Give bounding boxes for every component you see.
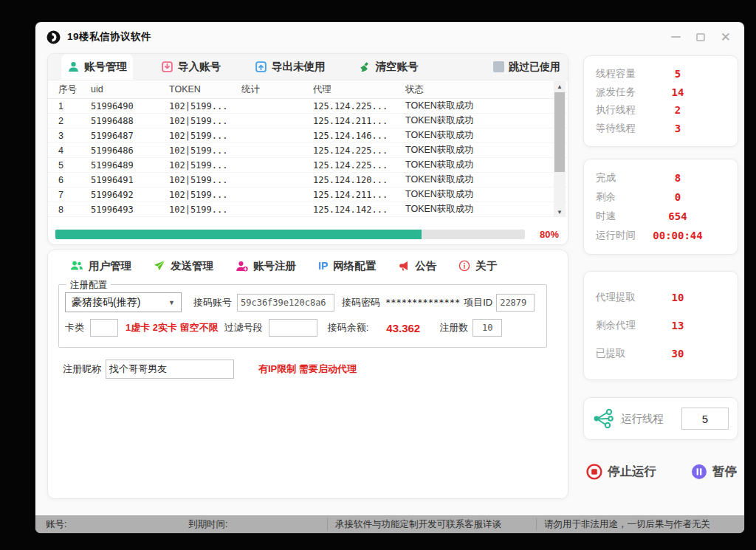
proxy-extracted-value: 30 bbox=[646, 348, 709, 360]
users-icon bbox=[70, 260, 83, 272]
code-account-label: 接码账号 bbox=[193, 296, 232, 309]
app-logo-icon bbox=[47, 30, 61, 44]
tab-account-register[interactable]: 账号注册 bbox=[236, 259, 296, 273]
accounts-toolbar: 账号管理 导入账号 导出未使用 清空账号 bbox=[48, 54, 568, 80]
register-count-label: 注册数 bbox=[439, 321, 468, 334]
stop-run-button[interactable]: 停止运行 bbox=[586, 464, 656, 480]
nickname-label: 注册昵称 bbox=[63, 362, 101, 376]
sms-provider-select[interactable]: 豪猪接码(推荐) ▼ bbox=[65, 292, 182, 312]
progress-stats-panel: 完成8 剩余0 时速654 运行时间00:00:44 bbox=[583, 159, 738, 255]
export-icon bbox=[255, 61, 267, 73]
progress-percent: 80% bbox=[534, 229, 559, 240]
accounts-panel: 账号管理 导入账号 导出未使用 清空账号 bbox=[47, 53, 568, 245]
pause-button[interactable]: 暂停 bbox=[691, 464, 737, 480]
megaphone-icon bbox=[398, 260, 410, 272]
pause-icon bbox=[691, 464, 707, 480]
tab-user-manage[interactable]: 用户管理 bbox=[70, 259, 131, 273]
ip-icon: IP bbox=[318, 260, 328, 272]
waiting-threads-value: 3 bbox=[646, 123, 709, 134]
work-panel: 用户管理 发送管理 账号注册 IP 网络配置 bbox=[47, 250, 568, 499]
filter-segment-input[interactable] bbox=[269, 319, 317, 337]
table-row[interactable]: 651996491102|5199...125.124.120...TOKEN获… bbox=[48, 173, 568, 188]
person-icon bbox=[67, 61, 80, 73]
status-divider bbox=[536, 518, 537, 530]
col-token[interactable]: TOKEN bbox=[169, 84, 241, 94]
skip-used-checkbox[interactable] bbox=[493, 61, 504, 72]
scroll-up-icon[interactable]: ▲ bbox=[554, 81, 566, 92]
completed-value: 8 bbox=[646, 172, 709, 184]
maximize-icon[interactable] bbox=[696, 33, 705, 41]
tab-bar: 用户管理 发送管理 账号注册 IP 网络配置 bbox=[48, 250, 568, 281]
table-row[interactable]: 451996486102|5199...125.124.225...TOKEN获… bbox=[48, 143, 568, 158]
title-bar: 19楼私信协议软件 ✕ bbox=[35, 22, 744, 52]
progress-bar-fill bbox=[55, 230, 422, 239]
speed-value: 654 bbox=[646, 210, 709, 222]
import-icon bbox=[161, 61, 173, 73]
card-type-input[interactable] bbox=[90, 319, 118, 337]
status-account: 账号: bbox=[46, 518, 66, 531]
table-scrollbar[interactable]: ▲ ▼ bbox=[554, 81, 566, 217]
register-config-title: 注册配置 bbox=[66, 279, 111, 292]
col-status[interactable]: 状态 bbox=[405, 83, 554, 96]
status-notice-disclaimer: 请勿用于非法用途，一切后果与作者无关 bbox=[544, 518, 710, 531]
export-unused-label: 导出未使用 bbox=[272, 60, 326, 74]
remaining-value: 0 bbox=[646, 191, 709, 203]
filter-segment-label: 过滤号段 bbox=[224, 321, 263, 334]
broom-icon bbox=[360, 61, 371, 73]
tab-about[interactable]: 关于 bbox=[458, 259, 497, 273]
progress-bar bbox=[55, 230, 525, 239]
skip-used-label: 跳过已使用 bbox=[509, 61, 560, 74]
proxy-stats-panel: 代理提取10 剩余代理13 已提取30 bbox=[583, 271, 738, 380]
progress-row: 80% bbox=[55, 228, 559, 240]
col-uid[interactable]: uid bbox=[91, 84, 169, 94]
import-accounts-button[interactable]: 导入账号 bbox=[155, 54, 227, 80]
register-config-group: 注册配置 豪猪接码(推荐) ▼ 接码账号 接码密码 **************… bbox=[58, 284, 547, 348]
run-threads-input[interactable] bbox=[681, 408, 729, 430]
table-row[interactable]: 351996487102|5199...125.124.146...TOKEN获… bbox=[48, 128, 568, 143]
close-icon[interactable]: ✕ bbox=[721, 31, 731, 44]
thread-capacity-value: 5 bbox=[646, 68, 709, 80]
paper-plane-icon bbox=[154, 260, 165, 272]
chevron-down-icon: ▼ bbox=[168, 299, 175, 306]
account-manage-button[interactable]: 账号管理 bbox=[61, 54, 133, 80]
card-type-hint: 1虚卡 2实卡 留空不限 bbox=[126, 321, 219, 334]
project-id-label: 项目ID bbox=[464, 296, 492, 309]
status-notice-contact: 承接软件与功能定制开发可联系客服详谈 bbox=[335, 518, 501, 531]
tab-announcement[interactable]: 公告 bbox=[398, 259, 436, 273]
tab-network-config[interactable]: IP 网络配置 bbox=[318, 259, 376, 273]
col-proxy[interactable]: 代理 bbox=[313, 83, 405, 96]
table-row[interactable]: 751996492102|5199...125.124.211...TOKEN获… bbox=[48, 188, 568, 202]
table-row[interactable]: 551996489102|5199...125.124.225...TOKEN获… bbox=[48, 158, 568, 173]
dispatched-tasks-value: 14 bbox=[646, 86, 709, 98]
export-unused-button[interactable]: 导出未使用 bbox=[249, 54, 331, 80]
skip-used-toggle[interactable]: 跳过已使用 bbox=[493, 61, 562, 74]
status-expire: 到期时间: bbox=[188, 518, 227, 531]
running-threads-value: 2 bbox=[646, 104, 709, 116]
nickname-input[interactable] bbox=[106, 360, 234, 379]
run-threads-label: 运行线程 bbox=[621, 412, 664, 426]
minimize-icon[interactable] bbox=[671, 36, 681, 38]
proxy-remaining-value: 13 bbox=[646, 320, 709, 331]
thread-stats-panel: 线程容量5 派发任务14 执行线程2 等待线程3 bbox=[583, 55, 738, 147]
col-stats[interactable]: 统计 bbox=[241, 83, 313, 96]
clear-accounts-button[interactable]: 清空账号 bbox=[354, 54, 425, 80]
tab-send-manage[interactable]: 发送管理 bbox=[154, 259, 213, 273]
import-accounts-label: 导入账号 bbox=[178, 60, 221, 74]
table-row[interactable]: 251996488102|5199...125.124.211...TOKEN获… bbox=[48, 114, 568, 128]
project-id-input[interactable] bbox=[496, 294, 535, 312]
scrollbar-thumb[interactable] bbox=[554, 92, 565, 172]
action-buttons: 停止运行 暂停 bbox=[583, 459, 740, 484]
table-row[interactable]: 851996493102|5199...125.124.142...TOKEN获… bbox=[48, 202, 568, 217]
scroll-down-icon[interactable]: ▼ bbox=[554, 207, 566, 217]
clear-accounts-label: 清空账号 bbox=[376, 60, 419, 74]
balance-label: 接码余额: bbox=[328, 321, 369, 334]
proxy-extract-value: 10 bbox=[646, 292, 709, 303]
app-window: 19楼私信协议软件 ✕ 账号管理 导入账号 bbox=[35, 22, 744, 533]
card-type-label: 卡类 bbox=[65, 321, 84, 334]
code-account-input[interactable] bbox=[237, 294, 334, 312]
table-header: 序号 uid TOKEN 统计 代理 状态 bbox=[48, 80, 568, 99]
col-index[interactable]: 序号 bbox=[48, 83, 91, 96]
table-row[interactable]: 151996490102|5199...125.124.225...TOKEN获… bbox=[48, 99, 568, 114]
code-password-input[interactable]: ************** bbox=[385, 298, 460, 308]
register-count-input[interactable] bbox=[472, 319, 502, 337]
